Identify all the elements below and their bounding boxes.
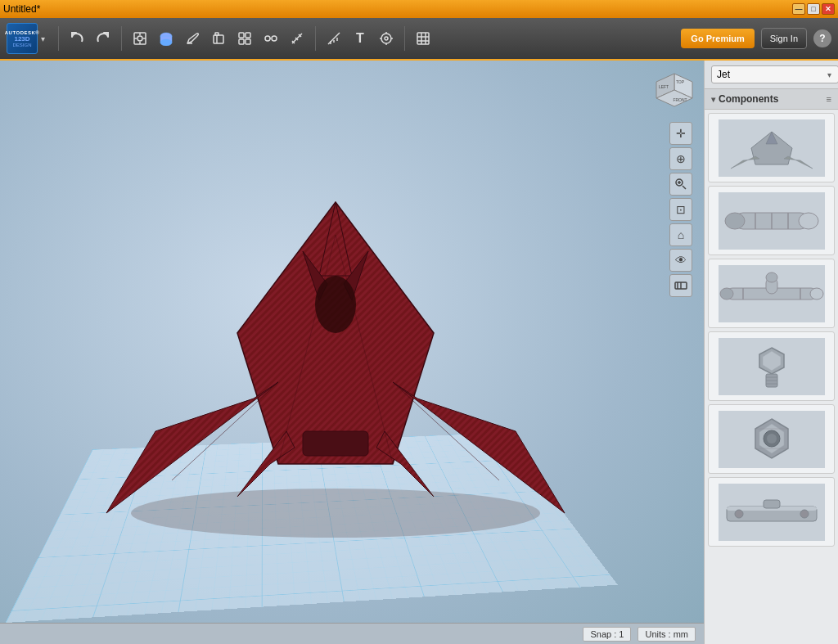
svg-marker-90 [763,351,781,371]
svg-point-17 [265,36,270,41]
help-button[interactable]: ? [813,29,831,47]
svg-point-1 [137,36,142,41]
zoom-button[interactable] [669,173,692,196]
window-controls: — □ ✕ [792,3,835,15]
svg-rect-49 [303,431,368,456]
svg-point-106 [800,510,809,518]
svg-point-105 [735,510,743,518]
component-item-jet[interactable] [708,113,835,182]
svg-rect-102 [719,484,825,541]
svg-marker-96 [755,419,788,458]
component-thumbnail-jet [719,119,825,177]
close-button[interactable]: ✕ [822,3,835,15]
svg-point-48 [315,276,356,333]
fit-button[interactable]: ⊡ [669,198,692,221]
panel-header: Jet Other ▾ [705,61,838,89]
app-menu-dropdown[interactable]: ▾ [41,34,45,43]
svg-point-24 [385,37,388,40]
construct-button[interactable] [207,27,230,50]
toolbar-separator-2 [121,26,122,51]
svg-rect-84 [766,277,777,294]
measure-button[interactable] [286,27,309,50]
components-header: ▾ Components ≡ [705,89,838,110]
components-collapse-icon[interactable]: ▾ [711,95,715,104]
toolbar-separator-3 [315,26,316,51]
component-item-connector1[interactable] [708,186,835,255]
undo-button[interactable] [65,27,88,50]
sketch-button[interactable] [181,27,204,50]
svg-point-75 [725,213,745,229]
logo-text-123d: 123D [14,35,29,43]
svg-point-23 [381,34,391,43]
svg-point-82 [720,288,733,299]
svg-rect-29 [417,33,429,44]
minimize-button[interactable]: — [792,3,805,15]
status-bar: Snap : 1 Units : mm [0,623,704,644]
component-item-bolt2[interactable] [708,404,835,474]
svg-rect-80 [719,265,825,322]
svg-rect-104 [727,507,817,511]
go-premium-button[interactable]: Go Premium [681,29,754,48]
svg-point-54 [131,489,540,538]
transform-button[interactable] [128,27,151,50]
sign-in-button[interactable]: Sign In [761,28,807,49]
svg-rect-74 [735,213,809,229]
svg-rect-88 [719,338,825,395]
svg-point-76 [799,213,818,229]
pan-button[interactable]: ✛ [669,122,692,145]
svg-marker-97 [759,424,784,453]
svg-marker-72 [766,132,777,144]
svg-line-62 [683,186,686,189]
home-view-button[interactable]: ⌂ [669,223,692,246]
component-item-flat[interactable] [708,477,835,547]
category-dropdown[interactable]: Jet Other [711,65,838,83]
perspective-button[interactable]: 👁 [669,249,692,272]
svg-marker-71 [784,156,813,169]
materials-button[interactable] [412,27,435,50]
component-thumbnail-bolt2 [719,411,825,468]
component-thumbnail-connector2 [719,265,825,322]
units-indicator: Units : mm [638,627,696,642]
orbit-button[interactable]: ⊕ [669,147,692,170]
svg-text:LEFT: LEFT [659,84,669,89]
svg-rect-15 [239,39,244,44]
pattern-button[interactable] [259,27,282,50]
svg-point-83 [810,288,823,299]
svg-rect-13 [239,33,244,38]
primitives-button[interactable] [155,27,178,50]
svg-point-99 [767,434,777,444]
redo-button[interactable] [92,27,115,50]
snap-button[interactable] [375,27,398,50]
svg-point-85 [766,272,777,282]
right-panel: Jet Other ▾ ▾ Components ≡ [704,61,838,644]
svg-rect-73 [719,192,825,250]
display-settings-button[interactable] [669,274,692,297]
components-label: Components [719,93,778,105]
toolbar-separator [58,26,59,51]
svg-text:FRONT: FRONT [673,97,687,102]
maximize-button[interactable]: □ [807,3,820,15]
svg-text:TOP: TOP [676,79,685,84]
navigation-controls: ✛ ⊕ ⊡ ⌂ 👁 [669,122,692,297]
logo-area: AUTODESK® 123D DESIGN ▾ [7,23,45,54]
toolbar-separator-4 [404,26,405,51]
svg-rect-16 [246,39,250,44]
panel-scroll-indicator[interactable]: ≡ [827,94,831,104]
component-thumbnail-bolt1 [719,338,825,395]
logo-icon: AUTODESK® 123D DESIGN [7,23,38,54]
svg-rect-12 [215,33,219,35]
component-item-bolt1[interactable] [708,331,835,401]
component-thumbnail-connector1 [719,192,825,250]
ruler-button[interactable] [322,27,345,50]
svg-rect-14 [246,33,250,38]
svg-rect-91 [766,374,777,387]
modify-button[interactable] [233,27,256,50]
text-button[interactable]: T [349,27,372,50]
svg-rect-107 [764,500,780,508]
svg-point-8 [160,39,172,46]
3d-viewport[interactable]: TOP LEFT FRONT ✛ ⊕ ⊡ ⌂ 👁 › Snap : 1 Unit… [0,61,704,644]
svg-point-98 [764,430,780,447]
svg-marker-69 [751,132,792,164]
view-cube[interactable]: TOP LEFT FRONT [653,70,696,113]
component-item-connector2[interactable] [708,259,835,328]
